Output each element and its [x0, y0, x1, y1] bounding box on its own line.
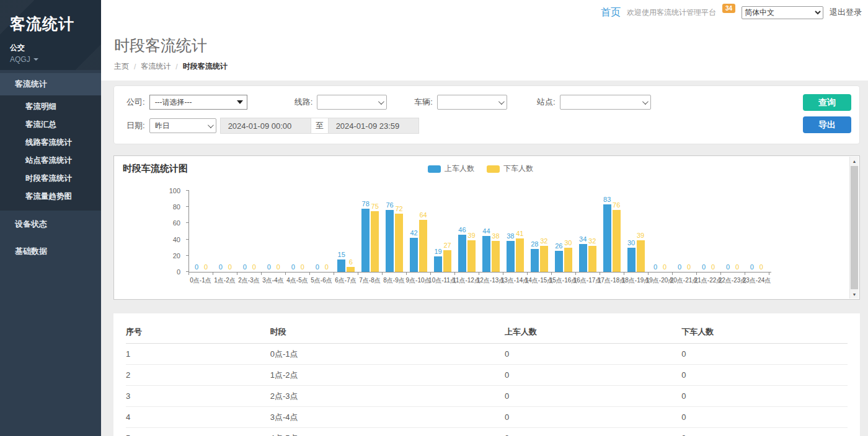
bar[interactable] [492, 241, 500, 272]
filter-row-1: 公司: ---请选择--- 线路: 车辆: 站点: [126, 95, 849, 110]
table-cell: 0点-1点 [270, 344, 505, 365]
bar-value-label: 0 [678, 263, 681, 271]
sidebar-subitem[interactable]: 客流汇总 [0, 116, 101, 134]
sidebar-subitem[interactable]: 客流明细 [0, 98, 101, 116]
date-from-input[interactable]: 2024-01-09 00:00 [220, 118, 311, 134]
x-axis-labels: 0点-1点1点-2点2点-3点3点-4点4点-5点5点-6点6点-7点7点-8点… [188, 276, 771, 285]
bar[interactable] [603, 204, 611, 272]
bar[interactable] [337, 259, 345, 272]
legend-item[interactable]: 上车人数 [428, 164, 474, 174]
sidebar-subitem[interactable]: 时段客流统计 [0, 170, 101, 188]
line-select[interactable] [317, 95, 387, 110]
y-axis-tick-label: 20 [156, 252, 180, 259]
sidebar-subitem[interactable]: 站点客流统计 [0, 152, 101, 170]
bar[interactable] [555, 251, 563, 272]
home-link[interactable]: 首页 [601, 6, 621, 19]
table-row: 21点-2点00 [126, 365, 848, 386]
table-cell: 0 [505, 344, 681, 365]
language-select[interactable]: 简体中文 [742, 6, 823, 19]
bar[interactable] [482, 236, 490, 272]
bar[interactable] [579, 244, 587, 272]
table-cell: 0 [681, 344, 848, 365]
bar-value-label: 0 [228, 263, 232, 271]
x-axis-label: 6点-7点 [334, 276, 358, 285]
bar[interactable] [627, 248, 636, 272]
chart-plot: 0204060801000000000000001567875767242641… [188, 191, 771, 285]
bar[interactable] [458, 235, 466, 272]
bar[interactable] [395, 214, 403, 272]
bar[interactable] [564, 248, 572, 272]
bar-group: 4264 [407, 191, 431, 272]
bar[interactable] [347, 267, 355, 272]
bar[interactable] [507, 241, 515, 272]
table-cell: 0 [505, 386, 681, 407]
page-header: 时段客流统计 主页 / 客流统计 / 时段客流统计 [101, 25, 868, 81]
sidebar-item-device-status[interactable]: 设备状态 [0, 211, 101, 238]
table-cell: 4点-5点 [270, 428, 505, 436]
sidebar-subitem[interactable]: 客流量趋势图 [0, 188, 101, 206]
bar-value-label: 78 [362, 200, 370, 207]
bar[interactable] [434, 256, 442, 272]
scroll-down-icon[interactable]: ▼ [850, 290, 859, 299]
main-area: 首页 欢迎使用客流统计管理平台 34 简体中文 退出登录 时段客流统计 主页 /… [101, 0, 868, 436]
x-axis-label: 7点-8点 [358, 276, 382, 285]
y-axis-tick-label: 40 [156, 236, 180, 243]
chart-scrollbar[interactable]: ▲ ▼ [849, 157, 859, 299]
sidebar-subitem[interactable]: 线路客流统计 [0, 134, 101, 152]
breadcrumb-separator: / [175, 63, 177, 71]
vehicle-select[interactable] [437, 95, 507, 110]
bar-value-label: 0 [195, 263, 198, 271]
bar-group: 00 [237, 191, 262, 272]
legend-item[interactable]: 下车人数 [487, 164, 533, 174]
date-preset-select[interactable]: 昨日 [149, 118, 216, 133]
bar-value-label: 0 [316, 263, 319, 271]
station-select[interactable] [560, 95, 651, 110]
bar[interactable] [531, 249, 539, 272]
breadcrumb-section[interactable]: 客流统计 [141, 61, 170, 72]
export-button[interactable]: 导出 [803, 116, 851, 133]
user-name: AQGJ [10, 55, 30, 64]
sidebar-item-passenger-stats[interactable]: 客流统计 [0, 73, 101, 95]
sidebar-item-base-data[interactable]: 基础数据 [0, 238, 101, 265]
bar[interactable] [410, 238, 418, 272]
bar-value-label: 0 [702, 263, 706, 271]
user-dropdown[interactable]: AQGJ [10, 55, 101, 64]
table-cell: 5 [126, 428, 270, 436]
bar[interactable] [637, 240, 645, 272]
date-to-input[interactable]: 2024-01-09 23:59 [328, 118, 419, 134]
bar-value-label: 83 [603, 196, 611, 203]
scroll-up-icon[interactable]: ▲ [850, 157, 859, 165]
bar-group: 00 [213, 191, 237, 272]
query-button[interactable]: 查询 [803, 94, 851, 111]
notification-badge[interactable]: 34 [722, 4, 735, 13]
bar[interactable] [467, 240, 476, 272]
bar-group: 156 [334, 191, 358, 272]
table-cell: 1 [126, 344, 270, 365]
bar-group: 00 [745, 191, 769, 272]
bar[interactable] [419, 220, 427, 272]
bar[interactable] [361, 209, 370, 272]
bar-value-label: 0 [243, 263, 247, 271]
bar[interactable] [613, 210, 621, 272]
logout-link[interactable]: 退出登录 [830, 7, 862, 18]
x-axis-label: 3点-4点 [261, 276, 285, 285]
bar-value-label: 39 [637, 232, 644, 239]
bar-group: 00 [286, 191, 310, 272]
table-cell: 1点-2点 [270, 365, 505, 386]
company-select[interactable]: ---请选择--- [149, 95, 247, 110]
bar[interactable] [386, 210, 394, 272]
bar[interactable] [540, 246, 548, 272]
bar[interactable] [588, 246, 596, 272]
bar-group: 00 [648, 191, 672, 272]
bar[interactable] [371, 211, 379, 272]
date-preset-value: 昨日 [155, 121, 170, 131]
bar-group: 2832 [527, 191, 551, 272]
bar[interactable] [516, 238, 524, 272]
bar-value-label: 44 [482, 227, 490, 235]
x-axis-label: 12点-13点 [479, 276, 503, 285]
bar-value-label: 38 [492, 232, 499, 240]
scrollbar-thumb[interactable] [851, 166, 858, 289]
breadcrumb-home[interactable]: 主页 [114, 61, 129, 72]
x-axis-label: 17点-18点 [600, 276, 624, 285]
bar[interactable] [443, 250, 451, 272]
